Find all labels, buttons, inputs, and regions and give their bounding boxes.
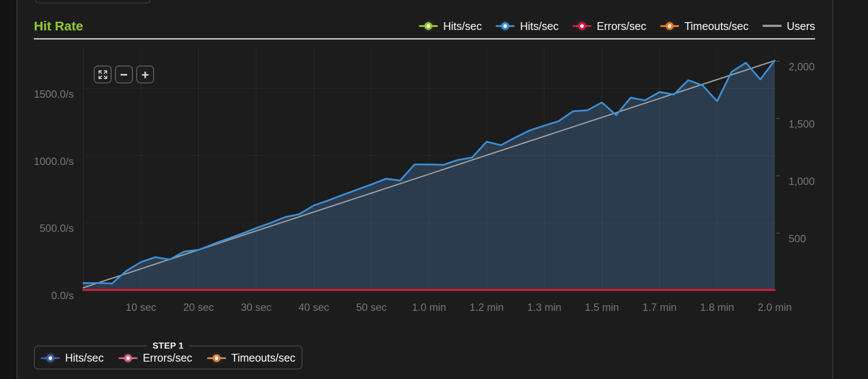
legend-item-hits-sec[interactable]: Hits/sec xyxy=(41,352,104,364)
y-axis-right-tick xyxy=(776,175,780,176)
x-axis-label: 1.5 min xyxy=(585,301,619,313)
zoom-out-button[interactable]: − xyxy=(115,66,133,83)
y-axis-right-labels: 5001,0001,5002,000 xyxy=(789,0,867,379)
zoom-in-button[interactable]: + xyxy=(136,66,154,83)
y-axis-right-tick xyxy=(776,233,780,234)
y-axis-right-tick xyxy=(776,61,780,62)
legend-item-timeouts-sec[interactable]: Timeouts/sec xyxy=(660,20,749,33)
legend-marker-icon xyxy=(419,22,438,30)
x-axis-label: 40 sec xyxy=(299,301,329,313)
legend-item-label: Hits/sec xyxy=(65,352,104,364)
x-axis-label: 1.7 min xyxy=(642,301,677,313)
legend-item-label: Errors/sec xyxy=(597,20,646,33)
step-legend-items: Hits/secErrors/secTimeouts/sec xyxy=(41,351,296,364)
expand-arrows-icon xyxy=(98,70,108,79)
x-axis-label: 2.0 min xyxy=(758,301,792,313)
y-axis-left-label: 1500.0/s xyxy=(34,88,74,100)
x-axis-label: 1.3 min xyxy=(527,301,562,313)
x-axis-label: 1.8 min xyxy=(700,301,734,313)
y-axis-right-label: 2,000 xyxy=(789,61,815,73)
legend-item-label: Timeouts/sec xyxy=(231,352,296,364)
step-legend-box: STEP 1 Hits/secErrors/secTimeouts/sec xyxy=(34,341,302,369)
y-axis-left-label: 500.0/s xyxy=(39,222,74,234)
step-legend-title: STEP 1 xyxy=(147,341,189,351)
legend-marker-icon xyxy=(660,22,679,30)
x-axis-label: 10 sec xyxy=(125,301,156,313)
legend-item-hits-sec[interactable]: Hits/sec xyxy=(419,20,482,33)
legend-marker-icon xyxy=(763,22,782,30)
legend-item-label: Hits/sec xyxy=(520,20,559,33)
x-axis-label: 1.0 min xyxy=(412,301,446,313)
legend-item-label: Errors/sec xyxy=(143,352,192,364)
y-axis-right-label: 500 xyxy=(789,233,806,245)
legend-marker-icon xyxy=(118,354,138,363)
y-axis-right-label: 1,500 xyxy=(789,118,815,130)
y-axis-left-label: 1000.0/s xyxy=(34,155,74,168)
legend-marker-icon xyxy=(41,354,60,363)
panel-header: Hit Rate Hits/secHits/secErrors/secTimeo… xyxy=(34,15,815,37)
legend-marker-icon xyxy=(572,22,592,30)
legend-marker-icon xyxy=(207,354,226,363)
y-axis-left-labels: 0.0/s500.0/s1000.0/s1500.0/s xyxy=(0,0,74,379)
x-axis-label: 30 sec xyxy=(241,301,272,313)
zoom-controls: − + xyxy=(94,66,154,83)
x-axis-label: 50 sec xyxy=(356,301,387,313)
legend-item-label: Hits/sec xyxy=(443,20,482,33)
y-axis-left-label: 0.0/s xyxy=(51,290,74,302)
x-axis-label: 20 sec xyxy=(183,301,214,313)
title-underline xyxy=(34,38,815,40)
hit-rate-plot-area[interactable] xyxy=(83,47,775,290)
y-axis-right-label: 1,000 xyxy=(789,175,815,188)
legend-item-timeouts-sec[interactable]: Timeouts/sec xyxy=(207,352,296,364)
legend-marker-icon xyxy=(496,22,515,30)
x-axis-label: 1.2 min xyxy=(470,301,504,313)
legend-item-label: Timeouts/sec xyxy=(684,20,749,33)
reset-zoom-button[interactable] xyxy=(94,66,112,83)
legend-item-hits-sec[interactable]: Hits/sec xyxy=(496,20,559,33)
y-axis-right-tick xyxy=(776,118,780,119)
legend-item-errors-sec[interactable]: Errors/sec xyxy=(572,20,646,33)
chart-legend-top: Hits/secHits/secErrors/secTimeouts/secUs… xyxy=(419,20,815,33)
legend-item-errors-sec[interactable]: Errors/sec xyxy=(118,352,192,364)
